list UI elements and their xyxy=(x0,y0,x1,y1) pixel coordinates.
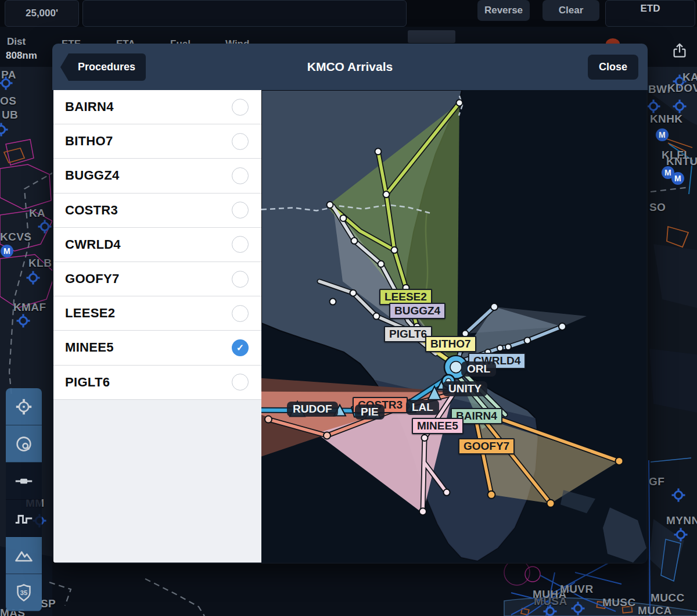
ownship-position-button[interactable] xyxy=(6,388,42,425)
map-label-bitho7: BITHO7 xyxy=(425,336,476,352)
procedures-map[interactable]: LEESE2BUGGZ4PIGLT6BITHO7CWRLD4ORLUNITYRU… xyxy=(261,90,646,563)
share-icon[interactable] xyxy=(671,42,688,59)
svg-text:35: 35 xyxy=(20,589,28,596)
procedure-list: BAIRN4 BITHO7 BUGGZ4 COSTR3 CWRLD4 xyxy=(53,90,261,563)
modal-header: Procedures KMCO Arrivals Close xyxy=(52,44,648,90)
procedure-radio[interactable] xyxy=(232,99,249,116)
route-segment-icon xyxy=(13,471,34,492)
procedures-back-label: Procedures xyxy=(78,61,135,73)
procedure-radio[interactable] xyxy=(232,374,249,391)
procedure-label: COSTR3 xyxy=(65,203,118,218)
procedure-radio[interactable]: ✓ xyxy=(232,339,249,356)
route-segment-button[interactable] xyxy=(6,463,42,500)
chart-label-os: OS xyxy=(0,95,16,108)
procedure-label: PIGLT6 xyxy=(65,375,110,390)
minimums-shield-button[interactable]: 35 xyxy=(6,574,42,611)
procedure-row[interactable]: LEESE2 xyxy=(53,296,261,331)
map-label-minee5: MINEE5 xyxy=(412,418,464,434)
procedure-label: BITHO7 xyxy=(65,134,113,149)
procedure-radio[interactable] xyxy=(232,271,249,288)
procedure-label: GOOFY7 xyxy=(65,271,120,286)
procedures-back-button[interactable]: Procedures xyxy=(60,53,146,81)
map-tool-sidebar: 35 xyxy=(6,388,42,611)
chart-label-knhk: KNHK xyxy=(650,113,683,126)
map-label-goofy7: GOOFY7 xyxy=(458,438,515,454)
chart-label-so: SO xyxy=(649,201,666,214)
reverse-button[interactable]: Reverse xyxy=(477,0,530,21)
modal-body: BAIRN4 BITHO7 BUGGZ4 COSTR3 CWRLD4 xyxy=(53,90,646,563)
map-label-pie: PIE xyxy=(355,404,385,420)
chart-label-m: M xyxy=(656,128,669,141)
procedure-radio[interactable] xyxy=(232,202,249,219)
procedure-label: BAIRN4 xyxy=(65,99,114,114)
procedure-row[interactable]: BAIRN4 xyxy=(53,90,261,124)
etd-label: ETD xyxy=(606,3,695,15)
procedure-label: CWRLD4 xyxy=(65,237,121,252)
map-label-unity: UNITY xyxy=(443,381,487,396)
reverse-label: Reverse xyxy=(484,5,523,16)
terrain-icon xyxy=(13,545,34,566)
clear-label: Clear xyxy=(559,5,584,16)
chart-label-mynn: MYNN xyxy=(666,514,697,527)
minimums-shield-icon: 35 xyxy=(13,582,34,603)
procedure-radio[interactable] xyxy=(232,133,249,150)
close-label: Close xyxy=(599,61,627,73)
chart-label-ub: UB xyxy=(2,109,18,121)
compass-button[interactable] xyxy=(6,425,42,463)
etd-box[interactable]: ETD xyxy=(605,0,695,27)
chart-label-gf: GF xyxy=(649,475,664,488)
procedure-list-filler xyxy=(53,400,261,563)
procedure-row[interactable]: COSTR3 xyxy=(53,194,261,228)
procedure-map-labels: LEESE2BUGGZ4PIGLT6BITHO7CWRLD4ORLUNITYRU… xyxy=(261,90,646,563)
profile-view-icon xyxy=(13,508,34,529)
close-button[interactable]: Close xyxy=(588,55,638,80)
procedure-label: MINEE5 xyxy=(65,340,114,355)
chart-label-muvr: MUVR xyxy=(560,583,594,596)
toolbar-tab xyxy=(408,30,455,43)
route-editor-box[interactable] xyxy=(82,0,407,27)
procedure-radio[interactable] xyxy=(232,236,249,253)
procedure-row[interactable]: BITHO7 xyxy=(53,124,261,159)
procedure-row[interactable]: BUGGZ4 xyxy=(53,159,261,193)
map-label-lal: LAL xyxy=(406,400,439,415)
terrain-button[interactable] xyxy=(6,537,42,574)
chart-label-musa: MUSA xyxy=(534,595,567,608)
procedure-row[interactable]: PIGLT6 xyxy=(53,366,261,400)
chart-label-kcvs: KCVS xyxy=(0,231,31,243)
procedure-radio[interactable] xyxy=(232,305,249,322)
map-label-orl: ORL xyxy=(461,361,496,377)
procedure-label: LEESE2 xyxy=(65,306,115,321)
chart-label-kntu: KNTU xyxy=(666,155,697,168)
dist-value: 808nm xyxy=(6,50,37,62)
altitude-value: 25,000' xyxy=(5,1,78,26)
compass-icon xyxy=(13,434,34,454)
chart-label-musc: MUSC xyxy=(602,596,636,609)
procedure-row[interactable]: GOOFY7 xyxy=(53,262,261,296)
map-label-rudof: RUDOF xyxy=(287,402,338,417)
arrivals-modal: Procedures KMCO Arrivals Close BAIRN4 BI… xyxy=(52,44,648,564)
chart-label-kmaf: KMAF xyxy=(13,301,46,314)
map-label-buggz4: BUGGZ4 xyxy=(389,303,445,319)
chart-label-ka: KA xyxy=(29,207,45,220)
dist-label: Dist xyxy=(7,36,26,48)
chart-label-m: M xyxy=(671,172,684,185)
ownship-position-icon xyxy=(13,396,34,417)
procedure-row[interactable]: CWRLD4 xyxy=(53,228,261,262)
app-window: PAOSUBKAKCVSMKLBBKMAFMMSPMASKABWIKDOVKNH… xyxy=(0,0,697,616)
chart-label-m: M xyxy=(1,245,13,257)
procedure-row[interactable]: MINEE5 ✓ xyxy=(53,331,261,365)
top-toolbar: 25,000' Reverse Clear ETD xyxy=(0,0,697,27)
procedure-label: BUGGZ4 xyxy=(65,168,119,183)
chart-label-muca: MUCA xyxy=(638,604,672,616)
clear-button[interactable]: Clear xyxy=(542,0,599,21)
chart-label-sp: SP xyxy=(41,597,56,610)
altitude-box[interactable]: 25,000' xyxy=(5,0,79,27)
chart-label-mucc: MUCC xyxy=(651,592,685,604)
procedure-radio[interactable] xyxy=(232,167,249,184)
profile-view-button[interactable] xyxy=(6,500,42,537)
